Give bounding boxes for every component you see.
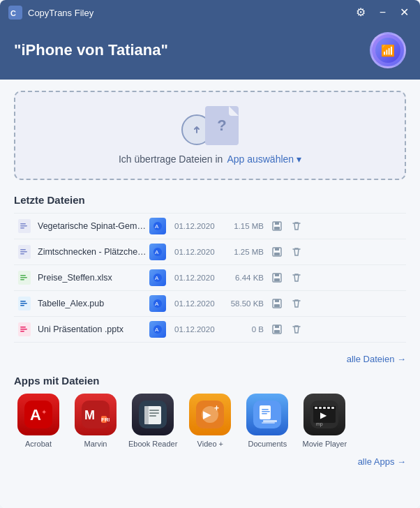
file-app-icon: A — [149, 295, 166, 312]
svg-text:A: A — [155, 301, 159, 307]
delete-button[interactable] — [289, 270, 304, 285]
all-files-link[interactable]: alle Dateien → — [347, 354, 406, 364]
save-button[interactable] — [269, 244, 285, 260]
file-name: Vegetarische Spinat-Gemüse... — [38, 221, 149, 231]
delete-button[interactable] — [289, 296, 304, 311]
delete-button[interactable] — [289, 218, 304, 234]
title-bar: C CopyTrans Filey ⚙ − ✕ — [0, 0, 420, 25]
main-content: Ich übertrage Dateien in App auswählen ▾… — [0, 80, 420, 508]
file-type-icon — [17, 270, 32, 285]
upload-area[interactable]: Ich übertrage Dateien in App auswählen ▾ — [14, 91, 406, 180]
close-button[interactable]: ✕ — [397, 6, 412, 20]
save-button[interactable] — [269, 296, 285, 311]
file-app-icon: A — [149, 244, 166, 260]
svg-rect-74 — [315, 407, 317, 409]
delete-button[interactable] — [289, 322, 304, 337]
svg-text:mp: mp — [316, 421, 323, 427]
file-date: 01.12.2020 — [174, 222, 225, 230]
all-files-link-row: alle Dateien → — [14, 348, 406, 375]
file-type-icon — [17, 296, 32, 311]
file-size: 6.44 KB — [225, 274, 264, 282]
app-logo: C — [8, 6, 22, 20]
svg-rect-22 — [20, 277, 27, 278]
svg-rect-23 — [20, 279, 24, 281]
upload-text-row: Ich übertrage Dateien in App auswählen ▾ — [119, 154, 301, 165]
svg-text:A: A — [155, 275, 159, 281]
file-actions — [269, 218, 304, 234]
table-row: Preise_Steffen.xlsx A 01.12.2020 6.44 KB — [14, 265, 406, 291]
save-button[interactable] — [269, 218, 285, 234]
file-app-icon: A — [149, 269, 166, 286]
save-button[interactable] — [269, 270, 285, 285]
marvin-icon: M FREE — [75, 394, 117, 435]
videoplus-icon: ▶ + — [189, 394, 231, 435]
app-item-ebook[interactable]: Ebook Reader — [128, 394, 177, 448]
file-actions — [269, 296, 304, 311]
svg-rect-75 — [319, 407, 322, 409]
svg-rect-56 — [144, 406, 149, 424]
app-label: Ebook Reader — [128, 440, 177, 448]
svg-rect-13 — [20, 251, 27, 253]
file-size: 58.50 KB — [225, 299, 264, 308]
file-app-icon: A — [149, 218, 166, 234]
svg-rect-41 — [20, 331, 24, 332]
ebook-reader-icon — [132, 394, 174, 435]
svg-rect-68 — [262, 409, 269, 410]
app-select-button[interactable]: App auswählen ▾ — [227, 154, 301, 165]
svg-rect-70 — [262, 413, 267, 414]
svg-text:✦: ✦ — [41, 408, 47, 416]
svg-text:A: A — [155, 249, 159, 255]
avatar-inner: 📶 — [375, 38, 400, 63]
file-actions — [269, 244, 304, 260]
file-date: 01.12.2020 — [174, 248, 225, 256]
file-type-icon — [17, 244, 32, 260]
svg-rect-39 — [20, 327, 26, 328]
window-controls: ⚙ − ✕ — [353, 6, 412, 20]
svg-rect-18 — [275, 248, 279, 251]
file-list: Vegetarische Spinat-Gemüse... A 01.12.20… — [14, 213, 406, 343]
recent-files-section: Letzte Dateien Vegetarische Spinat-Gemüs… — [14, 194, 406, 375]
main-window: C CopyTrans Filey ⚙ − ✕ "iPhone von Tati… — [0, 0, 420, 508]
svg-rect-46 — [274, 330, 280, 333]
file-app-icon: A — [149, 321, 166, 338]
file-type-icon — [17, 322, 32, 337]
svg-rect-14 — [20, 253, 24, 255]
svg-rect-32 — [20, 305, 24, 306]
svg-text:▶: ▶ — [320, 410, 327, 420]
file-date: 01.12.2020 — [174, 325, 225, 334]
app-label: Movie Player — [303, 440, 347, 448]
file-name: Tabelle_Alex.pub — [38, 299, 149, 308]
svg-rect-3 — [20, 223, 26, 225]
settings-button[interactable]: ⚙ — [353, 6, 368, 20]
app-label: Acrobat — [25, 440, 52, 448]
documents-icon — [246, 394, 288, 435]
app-item-videoplus[interactable]: ▶ + Video + — [186, 394, 234, 448]
app-item-acrobat[interactable]: A ✦ Acrobat — [14, 394, 63, 448]
svg-rect-9 — [275, 222, 279, 225]
movie-player-icon: ▶ mp — [303, 394, 345, 435]
file-size: 0 B — [225, 325, 264, 334]
upload-icon-group — [181, 106, 239, 145]
apps-grid: A ✦ Acrobat M FREE — [14, 394, 406, 448]
svg-rect-19 — [274, 253, 280, 255]
svg-text:M: M — [84, 408, 95, 422]
svg-text:+: + — [214, 403, 219, 413]
svg-rect-57 — [149, 410, 159, 411]
minimize-button[interactable]: − — [377, 6, 389, 20]
all-apps-link[interactable]: alle Apps → — [358, 456, 406, 467]
app-item-documents[interactable]: Documents — [243, 394, 292, 448]
table-row: Vegetarische Spinat-Gemüse... A 01.12.20… — [14, 213, 406, 239]
svg-rect-66 — [262, 422, 275, 424]
wifi-icon: 📶 — [381, 44, 395, 57]
svg-text:A: A — [155, 223, 159, 230]
svg-rect-31 — [20, 303, 27, 304]
app-item-marvin[interactable]: M FREE Marvin — [71, 394, 120, 448]
svg-text:C: C — [10, 9, 16, 17]
svg-text:A: A — [30, 406, 41, 424]
app-label: Video + — [197, 440, 223, 448]
file-date: 01.12.2020 — [174, 274, 225, 282]
app-item-movieplayer[interactable]: ▶ mp Movie Player — [300, 394, 349, 448]
save-button[interactable] — [269, 322, 285, 337]
file-actions — [269, 270, 304, 285]
delete-button[interactable] — [289, 244, 304, 260]
